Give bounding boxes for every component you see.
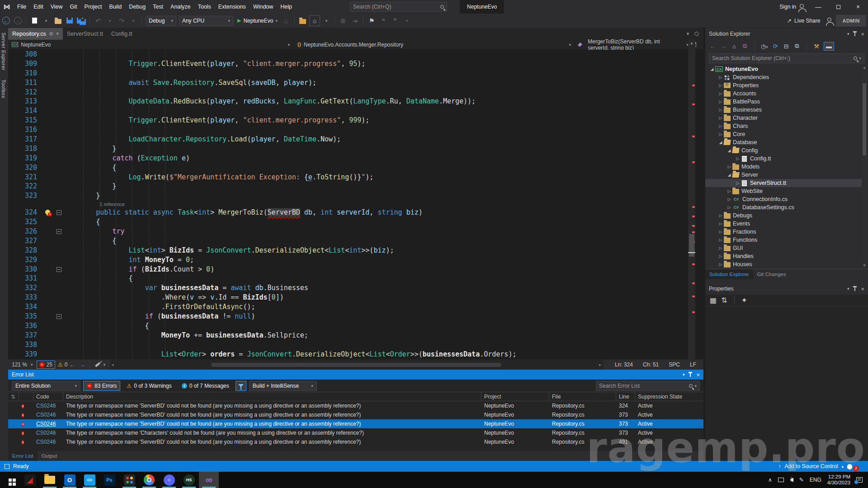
error-row[interactable]: ×CS0246The type or namespace name 'Serve… — [8, 401, 703, 410]
chevron-collapsed-icon[interactable]: ▷ — [717, 262, 724, 267]
properties-title-bar[interactable]: Properties ▾ × — [705, 283, 868, 295]
chrome-app[interactable] — [139, 472, 159, 488]
tab-repository.cs[interactable]: Repository.cs⊙× — [8, 28, 63, 40]
chevron-collapsed-icon[interactable]: ▷ — [735, 181, 741, 185]
code-line[interactable]: 338 — [8, 340, 688, 350]
scrollbar-thumb[interactable] — [689, 234, 694, 257]
errors-filter-button[interactable]: × 83 Errors — [83, 381, 120, 391]
visual-studio-app[interactable]: ∞ — [199, 472, 219, 488]
refresh-icon[interactable]: ⟳ — [772, 43, 779, 50]
code-line[interactable]: 316 — [8, 125, 688, 135]
code-line[interactable]: 320 { — [8, 163, 688, 173]
tree-item-chars[interactable]: ▷Chars — [705, 122, 863, 130]
warnings-filter-button[interactable]: ⚠ 0 of 3 Warnings — [123, 381, 175, 391]
collaborators-icon[interactable] — [827, 18, 831, 22]
menu-item-window[interactable]: Window — [250, 0, 277, 14]
menu-item-analyze[interactable]: Analyze — [167, 0, 194, 14]
volume-icon[interactable] — [790, 478, 793, 482]
chevron-expanded-icon[interactable]: ◢ — [717, 140, 724, 145]
scope-dropdown[interactable]: Entire Solution▾ — [12, 381, 80, 391]
outlook-app[interactable]: O — [60, 472, 80, 488]
code-line[interactable]: 314 — [8, 106, 688, 116]
tree-item-databasesettings-cs[interactable]: ▷C#DatabaseSettings.cs — [705, 203, 863, 211]
uncomment-icon[interactable]: ❞ — [390, 15, 401, 26]
source-dropdown[interactable]: Build + IntelliSense▾ — [249, 381, 317, 391]
tree-item-models[interactable]: ▷Models — [705, 163, 863, 171]
find-in-files-icon[interactable] — [297, 15, 308, 26]
code-line[interactable]: 339 List<Order> orders = JsonConvert.Des… — [8, 350, 688, 359]
scroll-right-icon[interactable]: ▸ — [599, 362, 601, 367]
forward-icon[interactable]: → — [720, 43, 727, 50]
breadcrumb-member[interactable]: MergerToBiz(ServerBD db, int serverId, s… — [575, 40, 703, 49]
code-line[interactable]: 332 var businessesData = await db.Busine… — [8, 283, 688, 293]
scrollbar-thumb[interactable] — [863, 83, 866, 155]
error-row[interactable]: ×CS0246The type or namespace name 'Serve… — [8, 419, 703, 428]
redo-icon[interactable]: ↷ — [116, 15, 127, 26]
colors-app[interactable] — [119, 472, 139, 488]
tree-item-website[interactable]: ▷WebSite — [705, 187, 863, 195]
code-line[interactable]: 327 { — [8, 236, 688, 246]
chevron-collapsed-icon[interactable]: ▷ — [717, 75, 724, 80]
property-pages-icon[interactable]: ✦ — [741, 296, 747, 305]
menu-item-test[interactable]: Test — [149, 0, 167, 14]
add-to-source-control-button[interactable]: Add to Source Control — [784, 463, 838, 469]
scrollbar-thumb[interactable] — [212, 363, 501, 367]
chevron-collapsed-icon[interactable]: ▷ — [717, 221, 724, 226]
error-row[interactable]: ×CS0246The type or namespace name 'Serve… — [8, 410, 703, 419]
pen-icon[interactable]: ✎ — [799, 477, 804, 483]
tree-item-serverstruct-tt[interactable]: ▷ServerStruct.tt — [705, 179, 863, 187]
menu-item-debug[interactable]: Debug — [125, 0, 149, 14]
code-line[interactable]: 328 List<int> BizIds = JsonConvert.Deser… — [8, 246, 688, 255]
tree-item-handles[interactable]: ▷Handles — [705, 252, 863, 260]
code-line[interactable]: 329 int MoneyTo = 0; — [8, 255, 688, 265]
code-line[interactable]: 317 LoadCharacter.Repository.Load(player… — [8, 135, 688, 144]
error-table-header[interactable]: ⇅ Code Description Project File Line Sup… — [8, 392, 703, 401]
code-line[interactable]: 322 } — [8, 182, 688, 191]
live-share-button[interactable]: ↗ Live Share — [787, 18, 820, 24]
error-row[interactable]: ×CS0246The type or namespace name 'Chara… — [8, 428, 703, 437]
notifications-bell-icon[interactable] — [847, 464, 852, 469]
document-well-options-icon[interactable] — [694, 32, 699, 36]
code-editor[interactable]: 308309 Trigger.ClientEvent(player, "clie… — [8, 50, 688, 359]
menu-item-git[interactable]: Git — [66, 0, 81, 14]
code-line[interactable]: 313 UpdateData.RedBucks(player, redBucks… — [8, 97, 688, 106]
alphabetical-sort-icon[interactable]: ⇅ — [721, 296, 727, 305]
eol-indicator[interactable]: LF — [690, 361, 696, 368]
code-line[interactable]: 323 } — [8, 191, 688, 201]
zoom-level-dropdown[interactable]: 121 % — [12, 361, 27, 368]
code-line[interactable]: 330− if (BizIds.Count > 0) — [8, 265, 688, 274]
tree-item-character[interactable]: ▷Character — [705, 114, 863, 122]
solution-search-input[interactable]: Search Solution Explorer (Ctrl+;) ▾ — [709, 53, 864, 63]
error-search-input[interactable]: Search Error List ▾ — [596, 381, 700, 391]
home-icon[interactable]: ⌂ — [731, 43, 738, 50]
code-line[interactable]: 336 { — [8, 321, 688, 331]
back-icon[interactable]: ← — [709, 43, 716, 50]
bookmark-icon[interactable]: ⚑ — [366, 15, 377, 26]
code-line[interactable]: 331 { — [8, 274, 688, 283]
open-file-icon[interactable] — [52, 15, 63, 26]
messages-filter-button[interactable]: i 0 of 7 Messages — [178, 381, 233, 391]
chevron-collapsed-icon[interactable]: ▷ — [717, 213, 724, 218]
close-icon[interactable]: × — [861, 286, 864, 292]
network-icon[interactable] — [778, 478, 784, 482]
chevron-collapsed-icon[interactable]: ▷ — [717, 246, 724, 250]
menu-item-build[interactable]: Build — [105, 0, 125, 14]
chevron-collapsed-icon[interactable]: ▷ — [717, 238, 724, 242]
tab-solution-explorer[interactable]: Solution Explorer — [705, 269, 753, 279]
code-line[interactable]: 310 — [8, 69, 688, 78]
vscode-app[interactable]: <> — [80, 472, 99, 488]
chevron-expanded-icon[interactable]: ◢ — [709, 67, 715, 71]
tab-serverstruct.tt[interactable]: ServerStruct.tt — [63, 28, 107, 40]
line-indicator[interactable]: Ln: 324 — [615, 361, 633, 368]
chevron-expanded-icon[interactable]: ◢ — [726, 148, 732, 153]
navigate-back-icon[interactable]: ← — [0, 15, 11, 26]
photoshop-app[interactable]: Ps — [99, 472, 119, 488]
outline-icon[interactable]: ≣ — [338, 15, 349, 26]
close-icon[interactable]: × — [696, 371, 700, 378]
indent-icon[interactable]: ⇥ — [349, 15, 360, 26]
sync-with-active-document-icon[interactable]: ⧉ — [741, 42, 749, 50]
menu-item-help[interactable]: Help — [277, 0, 296, 14]
pin-icon[interactable] — [690, 373, 691, 377]
discord-app[interactable]: ☺ — [159, 472, 179, 488]
code-line[interactable]: 308 — [8, 50, 688, 59]
